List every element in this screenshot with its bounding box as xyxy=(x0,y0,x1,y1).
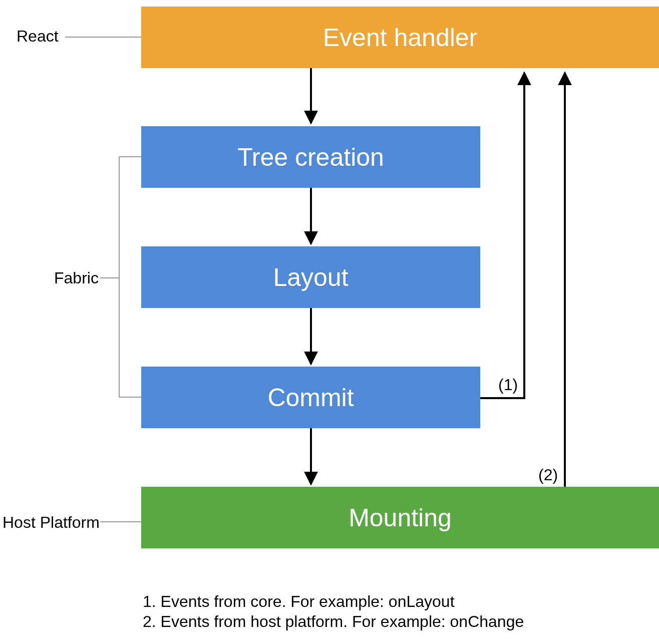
arrow-commit-to-event-1 xyxy=(480,73,524,398)
footnote-2: 2. Events from host platform. For exampl… xyxy=(143,612,524,631)
box-layout: Layout xyxy=(141,246,480,308)
group-label-fabric: Fabric xyxy=(54,269,99,287)
group-label-host-platform: Host Platform xyxy=(3,513,100,532)
box-event-handler: Event handler xyxy=(141,7,659,68)
footnote-1: 1. Events from core. For example: onLayo… xyxy=(143,592,455,611)
box-commit: Commit xyxy=(141,367,480,428)
annotation-1: (1) xyxy=(498,376,518,394)
diagram-canvas: React Fabric Host Platform Event handler… xyxy=(0,0,659,644)
annotation-2: (2) xyxy=(538,466,558,484)
box-mounting: Mounting xyxy=(141,487,659,548)
box-tree-creation: Tree creation xyxy=(141,126,480,188)
group-label-react: React xyxy=(17,27,59,46)
connector-fabric xyxy=(100,157,141,397)
